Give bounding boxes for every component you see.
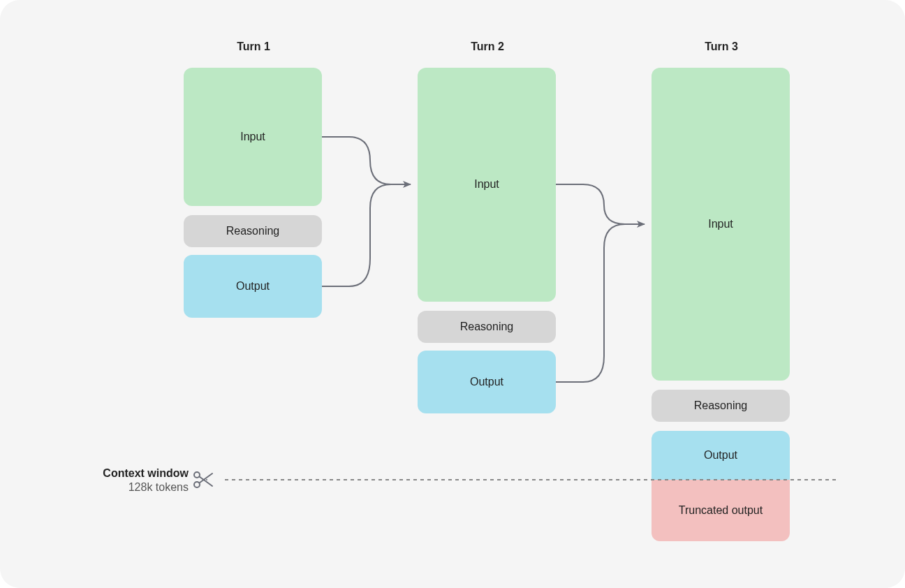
context-window-label: Context window 128k tokens — [103, 467, 189, 494]
turn3-output-box: Output — [652, 431, 790, 480]
turn3-truncated-box: Truncated output — [652, 480, 790, 541]
turn1-output-label: Output — [236, 279, 270, 294]
turn1-header: Turn 1 — [184, 41, 323, 53]
turn2-reasoning-label: Reasoning — [460, 320, 514, 335]
turn3-header: Turn 3 — [652, 41, 791, 53]
turn2-output-label: Output — [470, 375, 503, 390]
turn1-input-box: Input — [184, 68, 322, 206]
context-window-title: Context window — [103, 467, 189, 480]
turn3-truncated-label: Truncated output — [679, 504, 763, 518]
turn1-input-label: Input — [240, 130, 265, 145]
turn2-header: Turn 2 — [418, 41, 557, 53]
turn2-output-box: Output — [418, 351, 556, 413]
turn1-output-box: Output — [184, 255, 322, 318]
turn3-input-label: Input — [708, 217, 733, 232]
turn3-input-box: Input — [652, 68, 790, 381]
turn2-reasoning-box: Reasoning — [418, 311, 556, 343]
turn1-reasoning-label: Reasoning — [226, 224, 280, 239]
turn3-reasoning-box: Reasoning — [652, 390, 790, 422]
context-window-subtitle: 128k tokens — [103, 481, 189, 494]
turn3-output-label: Output — [704, 448, 737, 463]
turn1-reasoning-box: Reasoning — [184, 215, 322, 247]
turn3-reasoning-label: Reasoning — [694, 399, 748, 413]
turn2-input-label: Input — [474, 177, 499, 192]
turn2-input-box: Input — [418, 68, 556, 302]
